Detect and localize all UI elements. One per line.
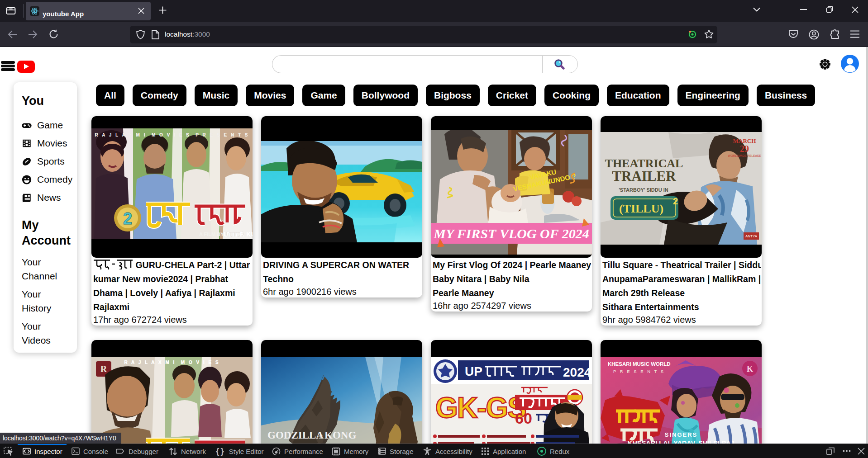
svg-text:P R E S E N T S: P R E S E N T S [613,369,665,374]
svg-text:2024: 2024 [563,365,591,379]
svg-text:R A J L A X M I M O V I E S: R A J L A X M I M O V I E S [124,360,219,365]
svg-text:KHESARI MUSIC WORLD: KHESARI MUSIC WORLD [608,361,671,367]
svg-text:KONG: KONG [324,430,356,441]
svg-text:R A J L A X M I M O V I E S: R A J L A X M I M O V I E S P R E S E N … [95,132,249,137]
svg-text:'STARBOY' SIDDU IN: 'STARBOY' SIDDU IN [619,187,668,193]
svg-text:2: 2 [673,196,678,206]
svg-text:R: R [100,364,107,374]
svg-text:ANTYA: ANTYA [745,234,758,238]
svg-text:KHESARI LAL YADAV, SHILPI RAJ: KHESARI LAL YADAV, SHILPI RAJ [628,439,734,444]
svg-text:TRAILER: TRAILER [612,168,676,184]
svg-text:SINGERS: SINGERS [665,431,698,438]
svg-text:(TILLU): (TILLU) [619,202,663,215]
svg-text:60: 60 [515,410,532,427]
svg-text:A FILM BY: A FILM BY [199,231,224,237]
svg-text:MARCH: MARCH [733,137,756,144]
svg-text:K: K [747,364,753,373]
svg-text:GODZILLA: GODZILLA [267,430,324,441]
svg-text:GK-GS: GK-GS [435,392,526,424]
svg-text:2: 2 [123,209,132,228]
svg-text:29: 29 [740,144,749,154]
svg-text:UP: UP [465,364,482,378]
svg-text:WORLDWIDE RELEASE: WORLDWIDE RELEASE [728,154,762,157]
svg-text:x: x [319,432,323,440]
svg-text:MY FIRST VLOG OF 2024: MY FIRST VLOG OF 2024 [433,226,589,241]
